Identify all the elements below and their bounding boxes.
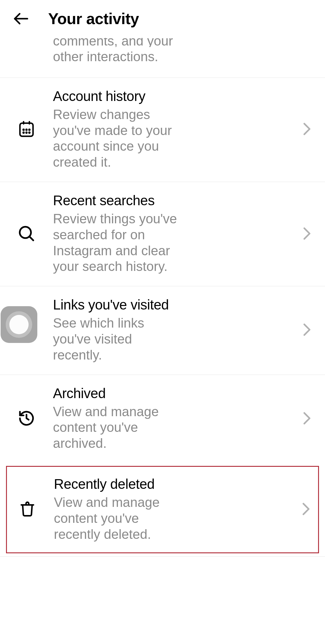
trash-icon xyxy=(13,500,42,518)
divider xyxy=(0,556,325,557)
bubble-ring-icon xyxy=(6,311,32,338)
item-description: See which links you've visited recently. xyxy=(53,315,182,363)
list-item-recently-deleted[interactable]: Recently deleted View and manage content… xyxy=(6,466,319,553)
item-body: Account history Review changes you've ma… xyxy=(53,88,289,170)
svg-point-6 xyxy=(29,129,30,130)
svg-point-8 xyxy=(26,132,27,133)
chevron-right-icon xyxy=(301,323,313,336)
list-item-account-history[interactable]: Account history Review changes you've ma… xyxy=(0,77,325,182)
chevron-right-icon xyxy=(300,502,312,516)
item-description: Review changes you've made to your accou… xyxy=(53,107,182,170)
svg-point-4 xyxy=(23,129,24,130)
partial-text-line: other interactions. xyxy=(53,49,313,65)
list-item-links-visited[interactable]: Links you've visited See which links you… xyxy=(0,286,325,374)
partial-text-line: comments, and your xyxy=(53,38,313,47)
header: Your activity xyxy=(0,0,325,37)
search-icon xyxy=(12,225,41,243)
calendar-icon xyxy=(12,120,41,138)
item-title: Account history xyxy=(53,88,289,104)
chevron-right-icon xyxy=(301,412,313,425)
history-icon xyxy=(12,410,41,427)
item-title: Recently deleted xyxy=(54,476,288,492)
chevron-right-icon xyxy=(301,227,313,240)
list-item-recent-searches[interactable]: Recent searches Review things you've sea… xyxy=(0,182,325,286)
item-description: Review things you've searched for on Ins… xyxy=(53,211,182,275)
back-button[interactable] xyxy=(12,10,30,28)
svg-point-5 xyxy=(26,129,27,130)
svg-point-7 xyxy=(23,132,24,133)
item-title: Links you've visited xyxy=(53,297,289,313)
item-body: Recent searches Review things you've sea… xyxy=(53,192,289,275)
item-body: Recently deleted View and manage content… xyxy=(54,476,288,542)
floating-assistive-button[interactable] xyxy=(1,306,37,343)
arrow-left-icon xyxy=(13,10,29,27)
item-description: View and manage content you've recently … xyxy=(54,495,183,542)
svg-point-9 xyxy=(29,132,30,133)
chevron-right-icon xyxy=(301,122,313,136)
item-body: Archived View and manage content you've … xyxy=(53,385,289,451)
svg-line-11 xyxy=(29,237,33,240)
item-description: View and manage content you've archived. xyxy=(53,404,182,451)
item-title: Recent searches xyxy=(53,192,289,209)
partial-previous-item: comments, and your other interactions. xyxy=(0,37,325,77)
page-title: Your activity xyxy=(48,10,139,28)
item-body: Links you've visited See which links you… xyxy=(53,297,289,363)
item-title: Archived xyxy=(53,385,289,401)
list-item-archived[interactable]: Archived View and manage content you've … xyxy=(0,375,325,463)
